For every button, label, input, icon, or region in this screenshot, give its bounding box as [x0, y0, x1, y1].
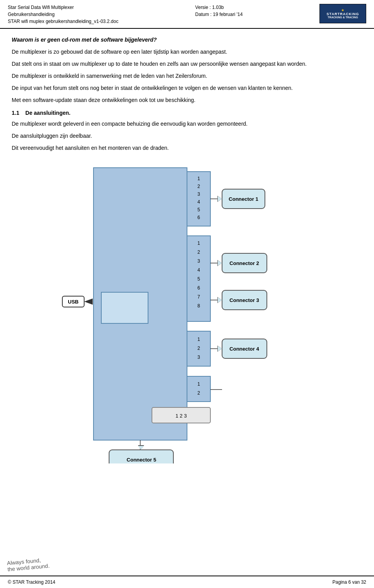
- header-left: Star Serial Data Wifi Multiplexer Gebrui…: [8, 4, 118, 25]
- pin-1-6: 6: [198, 215, 200, 220]
- version-value: 1.03b: [212, 5, 224, 10]
- date-row: Datum : 19 februari '14: [195, 11, 243, 18]
- connector2-tail-inner: [218, 260, 222, 266]
- pin-col-4-box: [187, 376, 210, 402]
- connector-diagram: USB 1 2 3 4 5 6 Connector 1 1 2 3 4: [12, 160, 362, 463]
- connector3-tail-inner: [218, 297, 222, 303]
- pin-4-1: 1: [198, 381, 200, 387]
- pin-1-4: 4: [198, 199, 200, 205]
- pin-2-1: 1: [198, 240, 200, 246]
- connector3-text: Connector 3: [229, 297, 259, 303]
- pin-2-4: 4: [198, 267, 200, 273]
- signature-area: Always found, the world around.: [7, 556, 50, 572]
- date-label: Datum :: [195, 12, 212, 17]
- pin-2-2: 2: [198, 249, 200, 255]
- connector5-tail-inner: [138, 446, 144, 450]
- paragraph-4: De input van het forum stelt ons nog bet…: [12, 84, 362, 92]
- connector2-text: Connector 2: [229, 260, 259, 266]
- main-content: Waarom is er geen cd-rom met de software…: [0, 29, 374, 483]
- section-title: De aansluitingen.: [25, 110, 71, 116]
- page-header: Star Serial Data Wifi Multiplexer Gebrui…: [0, 0, 374, 29]
- pin-3-2: 2: [198, 346, 200, 351]
- header-right: ★ STARTRACKING TRACKING & TRACING: [319, 4, 366, 23]
- company-logo: ★ STARTRACKING TRACKING & TRACING: [319, 4, 366, 23]
- pin-4-2: 2: [198, 390, 200, 396]
- connector1-tail-inner: [218, 196, 222, 202]
- section-number: 1.1: [12, 110, 19, 116]
- connector4-tail-inner: [218, 346, 222, 351]
- doc-title-line1: Star Serial Data Wifi Multiplexer: [8, 4, 118, 11]
- doc-title-line3: STAR wifi muplex gebruikershandleiding_v…: [8, 18, 118, 25]
- pin-1-2: 2: [198, 184, 200, 189]
- footer-copyright: © STAR Tracking 2014: [8, 579, 55, 585]
- bottom-label-text: 1 2 3: [176, 413, 187, 419]
- inner-rectangle: [101, 292, 148, 323]
- pin-2-7: 7: [198, 294, 200, 300]
- question-heading: Waarom is er geen cd-rom met de software…: [12, 36, 362, 44]
- pin-3-3: 3: [198, 355, 200, 360]
- version-label: Versie :: [195, 5, 211, 10]
- connector1-text: Connector 1: [229, 196, 258, 202]
- date-value: 19 februari '14: [213, 12, 242, 17]
- usb-label-text: USB: [68, 299, 78, 305]
- diagram-svg: USB 1 2 3 4 5 6 Connector 1 1 2 3 4: [58, 160, 316, 463]
- usb-callout-tail: [84, 298, 93, 305]
- pin-2-8: 8: [198, 303, 200, 309]
- connector4-text: Connector 4: [229, 346, 259, 352]
- pin-1-3: 3: [198, 191, 200, 197]
- section-para-3: Dit vereenvoudigt het aansluiten en het …: [12, 144, 362, 152]
- section-heading: 1.1 De aansluitingen.: [12, 110, 362, 116]
- page-footer: © STAR Tracking 2014 Pagina 6 van 32: [0, 576, 374, 588]
- pin-3-1: 1: [198, 337, 200, 342]
- section-para-2: De aansluitpluggen zijn deelbaar.: [12, 132, 362, 140]
- doc-title-line2: Gebruikershandleiding: [8, 11, 118, 18]
- header-center: Versie : 1.03b Datum : 19 februari '14: [195, 4, 243, 18]
- paragraph-1: De multiplexer is zo gebouwd dat de soft…: [12, 48, 362, 56]
- version-row: Versie : 1.03b: [195, 4, 243, 11]
- paragraph-5: Met een software-update staan deze ontwi…: [12, 96, 362, 104]
- pin-2-6: 6: [198, 285, 200, 291]
- paragraph-3: De multiplexer is ontwikkeld in samenwer…: [12, 72, 362, 80]
- pin-2-5: 5: [198, 276, 200, 282]
- section-para-1: De multiplexer wordt geleverd in een com…: [12, 120, 362, 128]
- pin-1-1: 1: [198, 176, 200, 181]
- paragraph-2: Dat stelt ons in staat om uw multiplexer…: [12, 60, 362, 68]
- pin-2-3: 3: [198, 258, 200, 264]
- pin-1-5: 5: [198, 207, 200, 212]
- footer-page-info: Pagina 6 van 32: [332, 579, 366, 585]
- connector5-text: Connector 5: [127, 457, 156, 463]
